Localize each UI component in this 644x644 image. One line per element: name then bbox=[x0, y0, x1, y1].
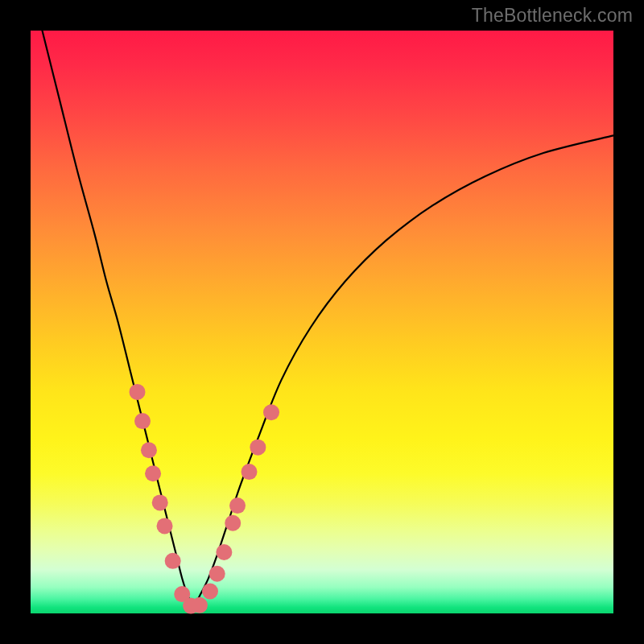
highlight-dot bbox=[192, 597, 208, 613]
highlight-dot bbox=[165, 553, 181, 569]
watermark-text: TheBottleneck.com bbox=[472, 5, 633, 27]
highlight-dot bbox=[225, 515, 241, 531]
plot-area bbox=[31, 31, 613, 613]
highlight-dot bbox=[263, 404, 279, 420]
highlight-dot bbox=[216, 544, 232, 560]
highlight-dot bbox=[129, 384, 145, 400]
highlight-dot bbox=[157, 518, 173, 534]
chart-frame: TheBottleneck.com bbox=[0, 0, 644, 644]
highlight-dot bbox=[242, 464, 258, 480]
highlight-dot bbox=[152, 494, 168, 510]
highlight-dot bbox=[202, 583, 218, 599]
highlight-dot bbox=[209, 566, 225, 582]
highlight-dot bbox=[145, 465, 161, 481]
highlight-dot bbox=[134, 413, 151, 429]
highlight-dot bbox=[229, 497, 246, 514]
highlight-dots bbox=[129, 384, 279, 614]
bottleneck-curve bbox=[42, 31, 613, 606]
chart-svg bbox=[31, 31, 613, 613]
highlight-dot bbox=[141, 442, 157, 458]
highlight-dot bbox=[250, 440, 266, 456]
